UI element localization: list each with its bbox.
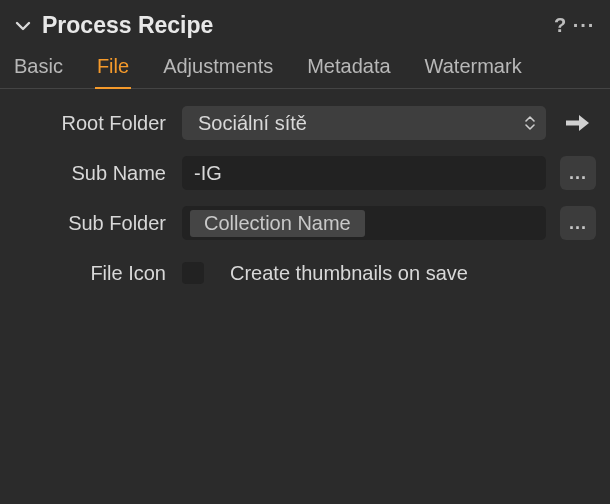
help-button[interactable]: ? <box>548 14 572 37</box>
ellipsis-icon: ... <box>569 213 587 234</box>
arrow-right-icon <box>565 114 591 132</box>
tab-metadata[interactable]: Metadata <box>307 55 390 88</box>
ellipsis-icon: ... <box>569 163 587 184</box>
updown-icon <box>524 115 536 131</box>
row-root-folder: Root Folder Sociální sítě <box>0 105 596 141</box>
label-sub-folder: Sub Folder <box>0 212 182 235</box>
chevron-down-icon <box>14 17 32 35</box>
tab-basic[interactable]: Basic <box>14 55 63 88</box>
label-sub-name: Sub Name <box>0 162 182 185</box>
sub-name-input[interactable] <box>182 156 546 190</box>
root-folder-value: Sociální sítě <box>198 112 307 135</box>
label-file-icon: File Icon <box>0 262 182 285</box>
sub-folder-field[interactable]: Collection Name <box>182 206 546 240</box>
row-sub-folder: Sub Folder Collection Name ... <box>0 205 596 241</box>
panel-header: Process Recipe ? ··· <box>0 6 610 49</box>
tab-watermark[interactable]: Watermark <box>425 55 522 88</box>
thumbnails-checkbox[interactable] <box>182 262 204 284</box>
sub-folder-token: Collection Name <box>190 210 365 237</box>
root-folder-select[interactable]: Sociální sítě <box>182 106 546 140</box>
row-file-icon: File Icon Create thumbnails on save <box>0 255 596 291</box>
tab-adjustments[interactable]: Adjustments <box>163 55 273 88</box>
label-root-folder: Root Folder <box>0 112 182 135</box>
file-form: Root Folder Sociální sítě <box>0 89 610 291</box>
sub-name-more-button[interactable]: ... <box>560 156 596 190</box>
row-sub-name: Sub Name ... <box>0 155 596 191</box>
tab-bar: Basic File Adjustments Metadata Watermar… <box>0 49 610 89</box>
panel-title: Process Recipe <box>42 12 548 39</box>
collapse-toggle[interactable] <box>12 15 34 37</box>
tab-file[interactable]: File <box>97 55 129 88</box>
process-recipe-panel: Process Recipe ? ··· Basic File Adjustme… <box>0 0 610 504</box>
more-button[interactable]: ··· <box>572 14 596 37</box>
thumbnails-label: Create thumbnails on save <box>230 262 468 285</box>
sub-folder-more-button[interactable]: ... <box>560 206 596 240</box>
goto-folder-button[interactable] <box>560 106 596 140</box>
